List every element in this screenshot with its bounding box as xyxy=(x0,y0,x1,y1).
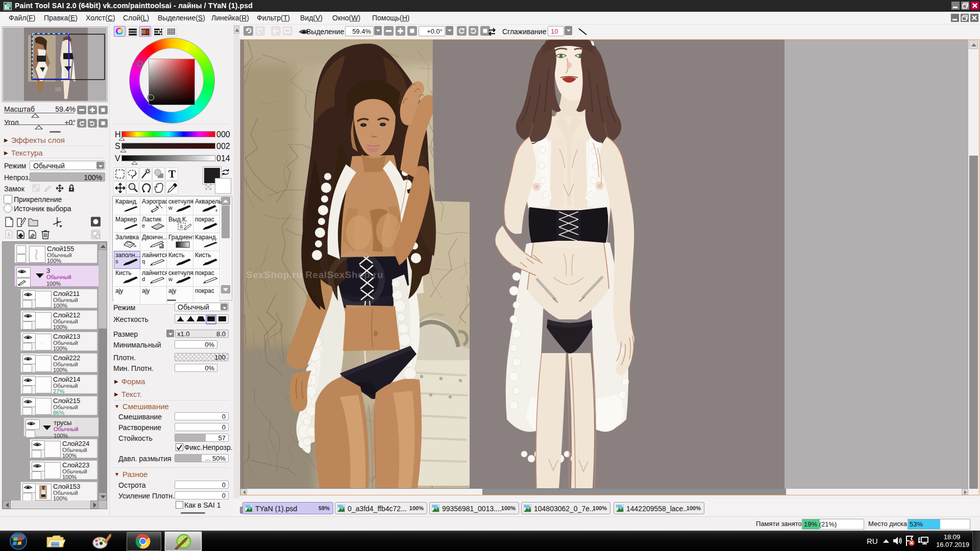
svg-text:S: S xyxy=(180,224,183,229)
svg-text:T: T xyxy=(168,168,176,180)
svg-text:SexShop.ru RealSexShop.ru: SexShop.ru RealSexShop.ru xyxy=(246,269,383,280)
